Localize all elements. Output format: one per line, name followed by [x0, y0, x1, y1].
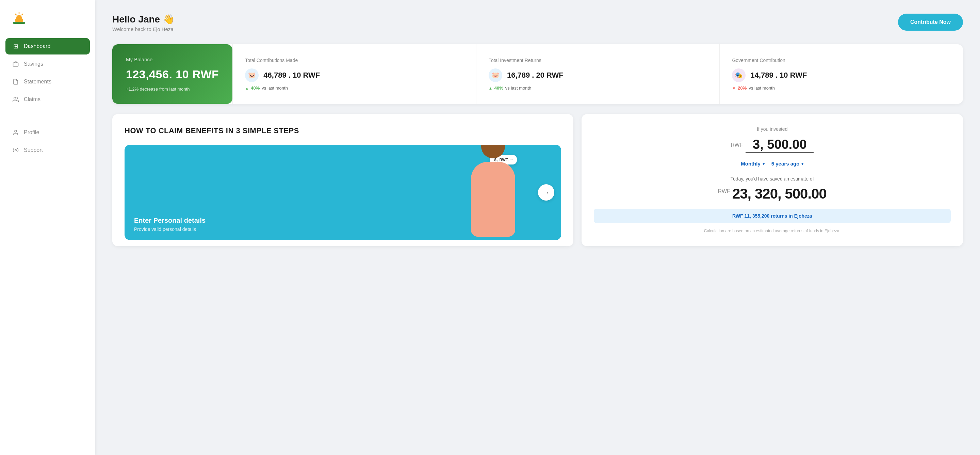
- returns-value: RWF 11, 355,200 returns in Ejoheza: [732, 213, 812, 219]
- stat-title: Government Contribution: [732, 57, 951, 63]
- statements-icon: [12, 78, 19, 85]
- calc-amount-row: RWF: [594, 137, 951, 153]
- sidebar-item-label: Support: [24, 147, 43, 153]
- sidebar: ⊞ Dashboard Savings Statements: [0, 0, 95, 455]
- bottom-section: HOW TO CLAIM BENEFITS IN 3 SIMPLE STEPS …: [112, 114, 963, 246]
- svg-rect-3: [13, 22, 25, 24]
- stat-amount-row: 🐷 46,789 . 10 RWF: [245, 69, 464, 82]
- stat-amount-row: 🐷 16,789 . 20 RWF: [488, 69, 708, 82]
- stat-change: 40% vs last month: [488, 86, 708, 91]
- calc-currency: RWF: [730, 142, 743, 148]
- calc-returns-badge: RWF 11, 355,200 returns in Ejoheza: [594, 209, 951, 223]
- steps-image-area: $ , RWF, ··· 😊 Enter Personal details Pr…: [124, 145, 561, 240]
- calc-returns-text: RWF 11, 355,200 returns in Ejoheza: [732, 213, 812, 219]
- claims-icon: [12, 96, 19, 103]
- sidebar-item-label: Profile: [24, 129, 39, 136]
- up-arrow-icon: [245, 86, 249, 91]
- sidebar-item-support[interactable]: Support: [5, 142, 90, 158]
- stat-investment-returns: Total Investment Returns 🐷 16,789 . 20 R…: [476, 44, 720, 104]
- savings-icon: [12, 61, 19, 67]
- stat-amount: 16,789 . 20 RWF: [507, 71, 563, 80]
- greeting-title: Hello Jane 👋: [112, 14, 175, 25]
- sidebar-item-label: Claims: [24, 96, 40, 102]
- calc-selectors: Monthly ▾ 5 years ago ▾: [594, 161, 951, 166]
- svg-point-9: [14, 130, 17, 132]
- stat-amount-row: 🎭 14,789 . 10 RWF: [732, 69, 951, 82]
- calc-result-number: 23, 320, 500.00: [732, 185, 827, 202]
- sidebar-divider: [5, 116, 90, 116]
- contribute-now-button[interactable]: Contribute Now: [898, 14, 963, 31]
- sidebar-item-statements[interactable]: Statements: [5, 73, 90, 90]
- greeting-subtitle: Welcome back to Ejo Heza: [112, 26, 175, 32]
- change-label: vs last month: [505, 86, 531, 91]
- calc-result-currency: RWF: [718, 188, 730, 195]
- investment-calculator-card: If you invested RWF Monthly ▾ 5 years ag…: [582, 114, 963, 246]
- step-subtitle: Provide valid personal details: [134, 227, 205, 232]
- sidebar-item-label: Savings: [24, 61, 43, 67]
- frequency-chevron-icon: ▾: [762, 161, 765, 166]
- page-header: Hello Jane 👋 Welcome back to Ejo Heza Co…: [112, 14, 963, 32]
- down-arrow-icon: [732, 86, 736, 91]
- steps-card: HOW TO CLAIM BENEFITS IN 3 SIMPLE STEPS …: [112, 114, 573, 246]
- next-step-button[interactable]: →: [538, 184, 554, 201]
- svg-point-10: [15, 150, 17, 151]
- sidebar-item-claims[interactable]: Claims: [5, 91, 90, 108]
- stat-amount: 14,789 . 10 RWF: [750, 71, 807, 80]
- sidebar-item-dashboard[interactable]: ⊞ Dashboard: [5, 38, 90, 54]
- support-icon: [12, 147, 19, 153]
- stats-row: My Balance 123,456. 10 RWF +1.2% decreas…: [112, 44, 963, 104]
- calc-if-label: If you invested: [594, 126, 951, 132]
- balance-amount: 123,456. 10 RWF: [126, 68, 219, 81]
- change-label: vs last month: [262, 86, 288, 91]
- logo-area: [0, 10, 95, 38]
- sidebar-item-profile[interactable]: Profile: [5, 124, 90, 140]
- calc-result-label: Today, you'd have saved an estimate of: [594, 176, 951, 182]
- main-content: Hello Jane 👋 Welcome back to Ejo Heza Co…: [95, 0, 980, 455]
- steps-title: HOW TO CLAIM BENEFITS IN 3 SIMPLE STEPS: [124, 126, 561, 135]
- logo-icon: [10, 10, 28, 28]
- profile-icon: [12, 129, 19, 136]
- main-nav: ⊞ Dashboard Savings Statements: [0, 38, 95, 108]
- balance-card: My Balance 123,456. 10 RWF +1.2% decreas…: [112, 44, 232, 104]
- timeframe-selector[interactable]: 5 years ago ▾: [772, 161, 804, 166]
- svg-rect-7: [13, 63, 18, 66]
- change-label: vs last month: [749, 86, 775, 91]
- stat-title: Total Contributions Made: [245, 57, 464, 63]
- change-pct: 40%: [251, 86, 259, 91]
- calc-disclaimer: Calculation are based on an estimated av…: [594, 228, 951, 234]
- contributions-icon: 🐷: [245, 69, 259, 82]
- sidebar-item-label: Statements: [24, 79, 51, 85]
- government-icon: 🎭: [732, 69, 746, 82]
- steps-content: Enter Personal details Provide valid per…: [124, 208, 215, 240]
- change-pct: 20%: [738, 86, 746, 91]
- stat-contributions: Total Contributions Made 🐷 46,789 . 10 R…: [232, 44, 476, 104]
- sidebar-item-savings[interactable]: Savings: [5, 56, 90, 72]
- stat-change: 20% vs last month: [732, 86, 951, 91]
- person-illustration: [452, 145, 534, 240]
- timeframe-label: 5 years ago: [772, 161, 800, 166]
- svg-point-2: [16, 15, 22, 21]
- stat-change: 40% vs last month: [245, 86, 464, 91]
- stat-title: Total Investment Returns: [488, 57, 708, 63]
- frequency-selector[interactable]: Monthly ▾: [741, 161, 765, 166]
- frequency-label: Monthly: [741, 161, 760, 166]
- stat-amount: 46,789 . 10 RWF: [263, 71, 320, 80]
- greeting-area: Hello Jane 👋 Welcome back to Ejo Heza: [112, 14, 175, 32]
- investment-icon: 🐷: [488, 69, 502, 82]
- up-arrow-icon: [488, 86, 492, 91]
- balance-change: +1.2% decrease from last month: [126, 86, 219, 92]
- bottom-nav: Profile Support: [0, 124, 95, 158]
- sidebar-item-label: Dashboard: [24, 43, 50, 49]
- balance-label: My Balance: [126, 56, 219, 62]
- calc-amount-input[interactable]: [746, 137, 814, 153]
- change-pct: 40%: [495, 86, 503, 91]
- calc-result-amount: RWF 23, 320, 500.00: [594, 185, 951, 202]
- svg-point-8: [14, 97, 16, 99]
- dashboard-icon: ⊞: [12, 43, 19, 50]
- stat-government-contribution: Government Contribution 🎭 14,789 . 10 RW…: [719, 44, 963, 104]
- timeframe-chevron-icon: ▾: [801, 161, 803, 166]
- step-title: Enter Personal details: [134, 217, 205, 224]
